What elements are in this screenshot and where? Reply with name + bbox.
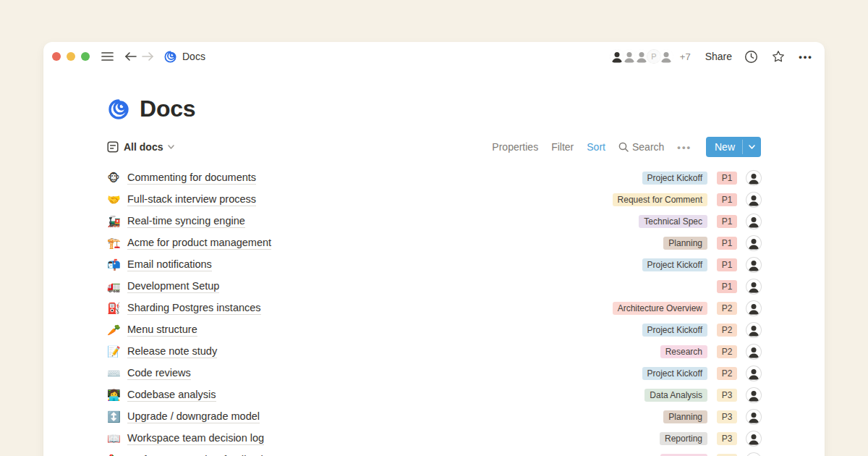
- priority-tag[interactable]: P1: [717, 172, 737, 185]
- doc-emoji-icon: ⛽: [107, 303, 120, 314]
- doc-title-link[interactable]: Development Setup: [127, 280, 219, 293]
- assignee-avatar[interactable]: [746, 323, 761, 337]
- assignee-avatar[interactable]: [746, 193, 761, 207]
- doc-row[interactable]: ⌨️ Code reviews Project Kickoff P2: [107, 363, 761, 384]
- view-more-button[interactable]: •••: [677, 142, 692, 153]
- priority-tag[interactable]: P2: [717, 302, 737, 315]
- doc-emoji-icon: 🤝: [107, 195, 120, 206]
- doc-type-tag[interactable]: Architecture Overview: [613, 302, 707, 315]
- forward-button[interactable]: [139, 48, 156, 65]
- doc-title-link[interactable]: Workspace team decision log: [127, 432, 264, 445]
- assignee-avatar[interactable]: [746, 388, 761, 402]
- back-button[interactable]: [122, 48, 139, 65]
- doc-type-tag[interactable]: Project Kickoff: [642, 172, 707, 185]
- priority-tag[interactable]: P3: [717, 389, 737, 402]
- doc-type-tag[interactable]: Technical Spec: [639, 215, 707, 228]
- filter-button[interactable]: Filter: [551, 141, 574, 153]
- doc-type-tag[interactable]: Project Kickoff: [642, 324, 707, 337]
- doc-type-tag[interactable]: Project Kickoff: [642, 258, 707, 271]
- doc-title-link[interactable]: Email notifications: [127, 258, 212, 271]
- doc-title-link[interactable]: Acme for product management: [127, 237, 271, 250]
- doc-row[interactable]: 🐵 Commenting for documents Project Kicko…: [107, 167, 761, 189]
- doc-row[interactable]: 🏗️ Acme for product management Planning …: [107, 232, 761, 254]
- doc-type-tag[interactable]: Request for Comment: [613, 193, 707, 206]
- new-doc-dropdown[interactable]: [743, 137, 761, 157]
- doc-row[interactable]: 🚂 Real-time syncing engine Technical Spe…: [107, 211, 761, 232]
- doc-type-tag[interactable]: Data Analysis: [644, 389, 707, 402]
- priority-tag[interactable]: P2: [717, 367, 737, 380]
- doc-title-link[interactable]: Code reviews: [127, 367, 191, 380]
- priority-tag[interactable]: P1: [717, 193, 737, 206]
- priority-tag[interactable]: P1: [717, 215, 737, 228]
- doc-row[interactable]: ⛽ Sharding Postgres instances Architectu…: [107, 297, 761, 319]
- doc-row[interactable]: 📬 Email notifications Project Kickoff P1: [107, 254, 761, 276]
- doc-title-link[interactable]: Codebase analysis: [127, 389, 216, 402]
- assignee-avatar[interactable]: [746, 453, 761, 456]
- doc-title-link[interactable]: Sharding Postgres instances: [127, 302, 261, 315]
- breadcrumb[interactable]: Docs: [163, 50, 205, 64]
- collaborator-avatars[interactable]: P: [608, 48, 675, 65]
- sidebar-toggle-icon[interactable]: [98, 48, 116, 65]
- minimize-window-button[interactable]: [67, 52, 75, 61]
- doc-row[interactable]: 🦜 Performance review feedback Research P…: [107, 449, 761, 456]
- doc-title-link[interactable]: Full-stack interview process: [127, 193, 256, 206]
- doc-row[interactable]: 🤝 Full-stack interview process Request f…: [107, 189, 761, 211]
- assignee-avatar[interactable]: [746, 171, 761, 185]
- page-logo-icon: [107, 98, 130, 121]
- priority-tag[interactable]: P1: [717, 280, 737, 293]
- doc-emoji-icon: 📝: [107, 347, 120, 358]
- assignee-avatar[interactable]: [746, 258, 761, 272]
- new-doc-button[interactable]: New: [706, 137, 761, 157]
- close-window-button[interactable]: [52, 52, 61, 61]
- doc-row[interactable]: 📖 Workspace team decision log Reporting …: [107, 428, 761, 449]
- doc-title-link[interactable]: Commenting for documents: [127, 172, 256, 185]
- app-window: Docs P +7 Share: [43, 42, 825, 456]
- doc-type-tag[interactable]: Research: [660, 345, 707, 358]
- assignee-avatar[interactable]: [746, 431, 761, 446]
- doc-title-link[interactable]: Menu structure: [127, 324, 197, 337]
- doc-row[interactable]: 🥕 Menu structure Project Kickoff P2: [107, 319, 761, 341]
- view-label: All docs: [124, 141, 163, 153]
- doc-title-link[interactable]: Upgrade / downgrade model: [127, 410, 260, 423]
- doc-emoji-icon: 📬: [107, 260, 120, 271]
- priority-tag[interactable]: P3: [717, 432, 737, 445]
- doc-title-link[interactable]: Real-time syncing engine: [127, 215, 245, 228]
- priority-tag[interactable]: P1: [717, 258, 737, 271]
- assignee-avatar[interactable]: [746, 214, 761, 229]
- more-options-button[interactable]: •••: [797, 48, 814, 65]
- doc-title-link[interactable]: Release note study: [127, 345, 217, 358]
- window-titlebar: Docs P +7 Share: [43, 42, 825, 71]
- assignee-avatar[interactable]: [746, 236, 761, 250]
- chevron-down-icon: [168, 145, 174, 149]
- chevron-down-icon: [749, 145, 755, 149]
- priority-tag[interactable]: P2: [717, 324, 737, 337]
- assignee-avatar[interactable]: [746, 366, 761, 381]
- favorite-star-icon[interactable]: [770, 48, 787, 65]
- doc-emoji-icon: 🚂: [107, 216, 120, 227]
- app-logo-icon: [163, 50, 177, 64]
- priority-tag[interactable]: P3: [717, 410, 737, 423]
- doc-type-tag[interactable]: Project Kickoff: [642, 367, 707, 380]
- history-icon[interactable]: [742, 48, 760, 65]
- doc-type-tag[interactable]: Planning: [663, 410, 707, 423]
- doc-row[interactable]: 📝 Release note study Research P2: [107, 341, 761, 363]
- doc-row[interactable]: 👩‍💻 Codebase analysis Data Analysis P3: [107, 384, 761, 406]
- assignee-avatar[interactable]: [746, 410, 761, 424]
- search-button[interactable]: Search: [618, 141, 664, 153]
- doc-type-tag[interactable]: Reporting: [660, 432, 707, 445]
- assignee-avatar[interactable]: [746, 345, 761, 359]
- sort-button[interactable]: Sort: [587, 141, 605, 153]
- share-button[interactable]: Share: [705, 51, 732, 62]
- doc-row[interactable]: 🚛 Development Setup P1: [107, 276, 761, 297]
- assignee-avatar[interactable]: [746, 301, 761, 316]
- view-switcher[interactable]: All docs: [107, 141, 174, 153]
- properties-button[interactable]: Properties: [492, 141, 538, 153]
- window-controls: [51, 52, 90, 61]
- avatar-overflow-count[interactable]: +7: [680, 51, 691, 62]
- assignee-avatar[interactable]: [746, 279, 761, 294]
- priority-tag[interactable]: P2: [717, 345, 737, 358]
- zoom-window-button[interactable]: [81, 52, 90, 61]
- doc-type-tag[interactable]: Planning: [663, 237, 707, 250]
- priority-tag[interactable]: P1: [717, 237, 737, 250]
- doc-row[interactable]: ↕️ Upgrade / downgrade model Planning P3: [107, 406, 761, 428]
